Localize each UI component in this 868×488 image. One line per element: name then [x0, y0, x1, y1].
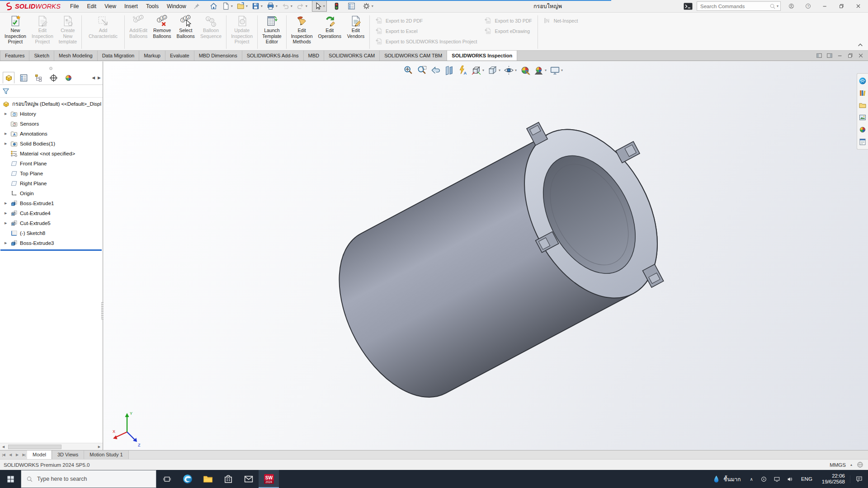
help-button[interactable] [802, 0, 814, 12]
tree-item-cut-extrude5[interactable]: ▶Cut-Extrude5 [0, 218, 103, 228]
expand-arrow-icon[interactable]: ▶ [5, 132, 10, 136]
first-tab-icon[interactable]: |◀ [0, 453, 7, 457]
tab-solidworks-cam-tbm[interactable]: SOLIDWORKS CAM TBM [380, 51, 447, 61]
new-inspection-project-button[interactable]: New Inspection Project [2, 14, 29, 50]
unit-system[interactable]: MMGS [830, 462, 846, 468]
hidden-icons-caret[interactable]: ∧ [746, 477, 757, 482]
chevron-down-icon[interactable]: ▾ [561, 68, 563, 72]
scroll-right-icon[interactable]: ▶ [96, 445, 103, 449]
view-settings-button[interactable]: ▾ [550, 65, 563, 75]
tab-data-migration[interactable]: Data Migration [98, 51, 140, 61]
hide-show-items-button[interactable]: ▾ [504, 65, 517, 75]
3d-model-cylinder[interactable] [104, 61, 868, 450]
save-button[interactable]: ▾ [250, 1, 264, 12]
tab-solidworks-addins[interactable]: SOLIDWORKS Add-Ins [242, 51, 304, 61]
file-properties-button[interactable] [345, 1, 358, 12]
property-manager-tab[interactable] [18, 72, 29, 84]
dynamic-annotation-views-button[interactable] [458, 65, 468, 75]
tree-filter-row[interactable] [0, 85, 103, 98]
doc-restore-icon[interactable] [847, 52, 854, 59]
edge-app-button[interactable] [177, 470, 198, 488]
expand-arrow-icon[interactable]: ▶ [5, 221, 10, 225]
tree-root-item[interactable]: กรอบใหญ่พ (Default) <<Default>_Displ [0, 99, 103, 109]
panel-horizontal-scrollbar[interactable]: ◀ ▶ [0, 443, 103, 450]
chevron-down-icon[interactable]: ▾ [246, 4, 248, 8]
start-button[interactable] [0, 470, 21, 488]
pane-right-icon[interactable] [826, 52, 833, 59]
edit-appearance-button[interactable] [520, 65, 530, 75]
next-tab-icon[interactable]: ▶ [14, 453, 20, 457]
minimize-button[interactable] [818, 0, 831, 12]
chevron-down-icon[interactable]: ▾ [323, 4, 325, 8]
graphics-viewport[interactable]: ▾ ▾ ▾ ▾ ▾ [104, 61, 868, 450]
tab-mesh-modeling[interactable]: Mesh Modeling [54, 51, 98, 61]
doc-close-icon[interactable] [858, 52, 864, 59]
rebuild-button[interactable] [330, 1, 343, 12]
menu-tools[interactable]: Tools [142, 1, 163, 11]
tree-item-annotations[interactable]: ▶Annotations [0, 129, 103, 139]
launch-template-editor-button[interactable]: Launch Template Editor [259, 14, 284, 50]
tab-mbd-dimensions[interactable]: MBD Dimensions [194, 51, 242, 61]
file-explorer-icon[interactable] [859, 101, 867, 109]
language-indicator[interactable]: ENG [797, 476, 817, 482]
expand-arrow-icon[interactable]: ▶ [5, 211, 10, 215]
expand-arrow-icon[interactable]: ▶ [5, 142, 10, 145]
status-globe-icon[interactable] [857, 461, 863, 468]
last-tab-icon[interactable]: ▶| [20, 453, 27, 457]
search-icon[interactable] [769, 3, 776, 9]
tab-mbd[interactable]: MBD [304, 51, 324, 61]
menu-insert[interactable]: Insert [120, 1, 142, 11]
tray-icon-3[interactable] [783, 476, 797, 483]
chevron-down-icon[interactable]: ▾ [515, 68, 517, 72]
filter-funnel-icon[interactable] [2, 88, 9, 95]
tree-item-right-plane[interactable]: Right Plane [0, 178, 103, 188]
tree-item-cut-extrude4[interactable]: ▶Cut-Extrude4 [0, 208, 103, 218]
tab-sketch[interactable]: Sketch [29, 51, 54, 61]
tree-item-material[interactable]: Material <not specified> [0, 149, 103, 159]
appearances-scenes-icon[interactable] [859, 126, 867, 134]
new-document-button[interactable]: ▾ [220, 1, 235, 12]
open-button[interactable]: ▾ [235, 1, 250, 12]
previous-tab-icon[interactable]: ◀ [7, 453, 14, 457]
tree-item-boss-extrude1[interactable]: ▶Boss-Extrude1 [0, 198, 103, 208]
chevron-down-icon[interactable]: ▾ [545, 68, 547, 72]
display-style-button[interactable]: ▾ [487, 65, 500, 75]
solidworks-resources-icon[interactable] [859, 77, 867, 85]
close-button[interactable] [852, 0, 864, 12]
store-app-button[interactable] [218, 470, 238, 488]
terminal-icon[interactable] [684, 3, 693, 10]
search-input[interactable] [700, 4, 769, 9]
previous-view-button[interactable] [430, 65, 441, 75]
display-manager-tab[interactable] [62, 72, 74, 84]
tree-item-solid-bodies[interactable]: ▶Solid Bodies(1) [0, 139, 103, 149]
options-button[interactable]: ▾ [360, 1, 375, 12]
custom-properties-icon[interactable] [859, 138, 867, 146]
dimxpert-manager-tab[interactable] [47, 72, 59, 84]
panel-grip[interactable] [49, 67, 52, 70]
select-balloons-button[interactable]: Select Balloons [174, 14, 198, 50]
command-search[interactable]: ▾ [697, 1, 781, 11]
edit-operations-button[interactable]: Edit Operations [316, 14, 344, 50]
tab-solidworks-cam[interactable]: SOLIDWORKS CAM [324, 51, 380, 61]
zoom-to-area-button[interactable] [417, 65, 427, 75]
menu-pin-button[interactable] [193, 3, 200, 10]
solidworks-app-button[interactable] [259, 470, 279, 488]
account-button[interactable] [785, 0, 797, 12]
doc-minimize-icon[interactable] [837, 52, 843, 59]
feature-manager-tab[interactable] [3, 72, 14, 84]
tab-features[interactable]: Features [0, 51, 29, 61]
scroll-left-icon[interactable]: ◀ [0, 445, 7, 449]
chevron-down-icon[interactable]: ▾ [231, 4, 233, 8]
chevron-down-icon[interactable]: ▾ [499, 68, 500, 72]
tab-model[interactable]: Model [27, 450, 52, 459]
chevron-down-icon[interactable]: ▾ [261, 4, 263, 8]
menu-view[interactable]: View [100, 1, 120, 11]
zoom-to-fit-button[interactable] [403, 65, 414, 75]
taskbar-search[interactable]: Type here to search [21, 470, 156, 488]
tab-solidworks-inspection[interactable]: SOLIDWORKS Inspection [447, 51, 517, 61]
view-orientation-button[interactable]: ▾ [471, 65, 484, 75]
tree-item-sensors[interactable]: Sensors [0, 119, 103, 129]
tree-item-sketch8[interactable]: (-) Sketch8 [0, 228, 103, 238]
taskbar-clock[interactable]: 22:06 19/6/2568 [817, 473, 850, 485]
remove-balloons-button[interactable]: Remove Balloons [150, 14, 174, 50]
